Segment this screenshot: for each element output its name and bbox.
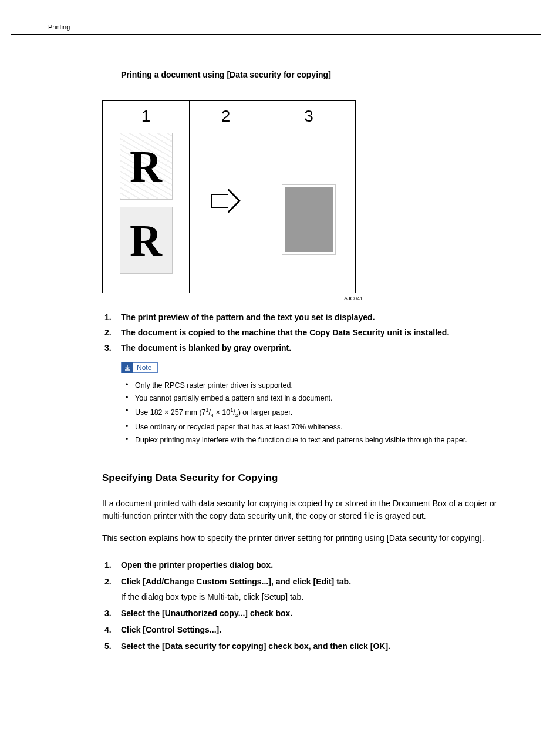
arrow-icon <box>211 188 241 214</box>
note-item: You cannot partially embed a pattern and… <box>121 392 506 405</box>
note-list: Only the RPCS raster printer driver is s… <box>121 379 506 446</box>
pane-label-1: 1 <box>141 107 151 126</box>
note-item: Only the RPCS raster printer driver is s… <box>121 379 506 392</box>
pane-label-2: 2 <box>221 107 231 126</box>
step-item: 5.Select the [Data security for copying]… <box>102 638 506 654</box>
figure-desc-item: 2.The document is copied to the machine … <box>102 325 506 340</box>
step-item: 4.Click [Control Settings...]. <box>102 621 506 638</box>
preview-card-pattern: R <box>120 133 173 200</box>
note-label: Note <box>121 362 158 373</box>
procedure-steps: 1.Open the printer properties dialog box… <box>102 557 506 654</box>
page-content: Printing a document using [Data security… <box>0 35 560 654</box>
figure-pane-1: 1 R R <box>103 101 190 293</box>
preview-card-plain: R <box>120 207 173 274</box>
figure-description-list: 1.The print preview of the pattern and t… <box>102 310 506 355</box>
glyph-r-1: R <box>130 144 162 189</box>
figure-heading: Printing a document using [Data security… <box>121 70 506 79</box>
step-item: 3.Select the [Unauthorized copy...] chec… <box>102 605 506 621</box>
note-item: Use 182 × 257 mm (71/4 × 101/2) or large… <box>121 405 506 421</box>
gray-copy-frame <box>282 184 336 255</box>
step-item: 1.Open the printer properties dialog box… <box>102 557 506 573</box>
figure-code: AJC041 <box>344 295 363 301</box>
header-section: Printing <box>48 23 70 31</box>
pane-label-3: 3 <box>304 107 313 126</box>
step-item: 2.Click [Add/Change Custom Settings...],… <box>102 573 506 605</box>
note-box: Note Only the RPCS raster printer driver… <box>121 362 506 446</box>
figure-desc-item: 3.The document is blanked by gray overpr… <box>102 340 506 355</box>
figure-desc-item: 1.The print preview of the pattern and t… <box>102 310 506 325</box>
note-arrow-icon <box>122 362 133 373</box>
figure-pane-3: 3 <box>262 101 355 293</box>
section-paragraph-1: If a document printed with data security… <box>102 498 506 523</box>
note-label-text: Note <box>137 364 151 372</box>
figure: 1 R R 2 3 AJC041 <box>102 100 356 293</box>
section-heading: Specifying Data Security for Copying <box>102 472 506 488</box>
note-item: Duplex printing may interfere with the f… <box>121 434 506 446</box>
gray-copy <box>285 187 333 252</box>
section-paragraph-2: This section explains how to specify the… <box>102 532 506 545</box>
glyph-r-2: R <box>130 218 162 263</box>
page-header: Printing <box>0 23 560 31</box>
note-item: Use ordinary or recycled paper that has … <box>121 421 506 434</box>
figure-pane-2: 2 <box>190 101 262 293</box>
